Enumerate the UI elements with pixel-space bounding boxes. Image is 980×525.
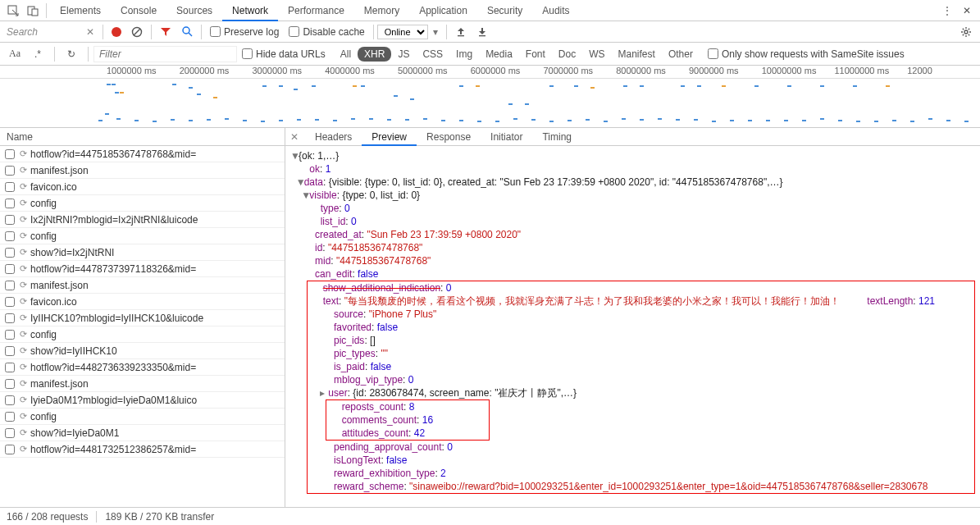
samesite-checkbox[interactable]: Only show requests with SameSite issues: [708, 48, 905, 60]
clear-search-icon[interactable]: ✕: [86, 26, 94, 38]
request-row[interactable]: ⟳favicon.ico: [0, 179, 285, 195]
upload-har-icon[interactable]: [453, 24, 469, 40]
request-row[interactable]: ⟳manifest.json: [0, 376, 285, 392]
request-checkbox[interactable]: [5, 445, 15, 454]
download-har-icon[interactable]: [474, 24, 490, 40]
request-checkbox[interactable]: [5, 264, 15, 274]
request-row[interactable]: ⟳hotflow?id=4478737397118326&mid=: [0, 261, 285, 277]
pill-manifest[interactable]: Manifest: [612, 47, 662, 62]
request-checkbox[interactable]: [5, 363, 15, 372]
request-status-icon: ⟳: [20, 313, 27, 323]
request-row[interactable]: ⟳config: [0, 228, 285, 244]
hide-data-urls-checkbox[interactable]: Hide data URLs: [242, 48, 326, 60]
request-row[interactable]: ⟳IyieDa0M1?mblogid=IyieDa0M1&luico: [0, 392, 285, 409]
request-row[interactable]: ⟳hotflow?id=4482736339233350&mid=: [0, 359, 285, 376]
request-row[interactable]: ⟳hotflow?id=4475185367478768&mid=: [0, 146, 285, 162]
request-checkbox[interactable]: [5, 428, 15, 438]
inspect-icon[interactable]: [5, 2, 21, 19]
request-row[interactable]: ⟳show?id=IyieDa0M1: [0, 425, 285, 441]
pill-ws[interactable]: WS: [582, 47, 611, 62]
filter-input[interactable]: [93, 46, 237, 62]
request-checkbox[interactable]: [5, 346, 15, 356]
request-checkbox[interactable]: [5, 231, 15, 241]
request-checkbox[interactable]: [5, 297, 15, 307]
clear-log-icon[interactable]: [129, 24, 145, 40]
request-checkbox[interactable]: [5, 412, 15, 422]
timeline-overview[interactable]: 1000000 ms2000000 ms3000000 ms4000000 ms…: [0, 66, 980, 128]
tab-network[interactable]: Network: [222, 0, 278, 21]
resp-tab-response[interactable]: Response: [417, 128, 481, 146]
tab-elements[interactable]: Elements: [50, 0, 111, 21]
regex-icon[interactable]: .*: [30, 46, 46, 62]
tab-security[interactable]: Security: [477, 0, 532, 21]
tab-console[interactable]: Console: [111, 0, 166, 21]
request-checkbox[interactable]: [5, 199, 15, 208]
resp-tab-initiator[interactable]: Initiator: [481, 128, 532, 146]
more-icon[interactable]: ⋮: [939, 2, 955, 19]
close-icon[interactable]: ✕: [959, 2, 975, 19]
request-checkbox[interactable]: [5, 281, 15, 290]
name-column-header[interactable]: Name: [0, 128, 285, 146]
request-name: manifest.json: [30, 378, 89, 390]
resp-tab-timing[interactable]: Timing: [532, 128, 581, 146]
search-box[interactable]: Search: [3, 26, 81, 38]
request-row[interactable]: ⟳hotflow?id=4481732512386257&mid=: [0, 441, 285, 458]
search-icon[interactable]: [179, 24, 195, 40]
match-case-icon[interactable]: Aa: [7, 46, 23, 62]
request-row[interactable]: ⟳Ix2jNtRNI?mblogid=Ix2jNtRNI&luicode: [0, 212, 285, 228]
request-status-icon: ⟳: [20, 231, 27, 241]
tab-application[interactable]: Application: [409, 0, 477, 21]
pill-other[interactable]: Other: [662, 47, 700, 62]
pill-doc[interactable]: Doc: [552, 47, 582, 62]
request-row[interactable]: ⟳config: [0, 195, 285, 212]
request-row[interactable]: ⟳manifest.json: [0, 162, 285, 179]
requests-list: ⟳hotflow?id=4475185367478768&mid=⟳manife…: [0, 146, 285, 507]
preserve-log-checkbox[interactable]: Preserve log: [210, 26, 279, 38]
request-name: hotflow?id=4478737397118326&mid=: [30, 263, 196, 275]
request-row[interactable]: ⟳show?id=IyIIHCK10: [0, 343, 285, 359]
pill-xhr[interactable]: XHR: [358, 47, 391, 62]
request-checkbox[interactable]: [5, 395, 15, 405]
request-row[interactable]: ⟳manifest.json: [0, 277, 285, 294]
request-row[interactable]: ⟳config: [0, 409, 285, 425]
refresh-icon[interactable]: ↻: [63, 46, 80, 62]
request-status-icon: ⟳: [20, 345, 27, 356]
request-row[interactable]: ⟳favicon.ico: [0, 294, 285, 310]
pill-js[interactable]: JS: [391, 47, 416, 62]
tab-performance[interactable]: Performance: [278, 0, 354, 21]
close-details-icon[interactable]: ✕: [290, 131, 299, 143]
request-checkbox[interactable]: [5, 379, 15, 389]
tab-memory[interactable]: Memory: [354, 0, 409, 21]
pill-media[interactable]: Media: [479, 47, 519, 62]
request-checkbox[interactable]: [5, 149, 15, 159]
svg-rect-8: [479, 35, 485, 36]
tab-sources[interactable]: Sources: [166, 0, 222, 21]
preview-json[interactable]: ▼{ok: 1,…} ok: 1 ▼data: {visible: {type:…: [285, 146, 980, 507]
pill-all[interactable]: All: [334, 47, 358, 62]
chevron-down-icon[interactable]: ▾: [433, 26, 438, 38]
request-checkbox[interactable]: [5, 248, 15, 258]
request-checkbox[interactable]: [5, 215, 15, 225]
pill-font[interactable]: Font: [519, 47, 552, 62]
throttle-select[interactable]: Online: [377, 25, 428, 39]
tab-audits[interactable]: Audits: [532, 0, 579, 21]
request-status-icon: ⟳: [20, 247, 27, 258]
request-row[interactable]: ⟳config: [0, 326, 285, 343]
resp-tab-headers[interactable]: Headers: [305, 128, 362, 146]
request-row[interactable]: ⟳IyIIHCK10?mblogid=IyIIHCK10&luicode: [0, 310, 285, 326]
request-row[interactable]: ⟳show?id=Ix2jNtRNI: [0, 244, 285, 261]
requests-count: 166 / 208 requests: [7, 511, 88, 523]
device-toggle-icon[interactable]: [25, 2, 41, 19]
pill-img[interactable]: Img: [449, 47, 479, 62]
request-checkbox[interactable]: [5, 313, 15, 323]
filter-icon[interactable]: [157, 24, 174, 40]
request-checkbox[interactable]: [5, 166, 15, 176]
request-checkbox[interactable]: [5, 182, 15, 192]
resp-tab-preview[interactable]: Preview: [362, 128, 417, 146]
divider: [151, 25, 152, 39]
settings-gear-icon[interactable]: [958, 24, 974, 40]
pill-css[interactable]: CSS: [416, 47, 449, 62]
request-checkbox[interactable]: [5, 330, 15, 340]
record-button[interactable]: [112, 27, 121, 37]
disable-cache-checkbox[interactable]: Disable cache: [289, 26, 364, 38]
